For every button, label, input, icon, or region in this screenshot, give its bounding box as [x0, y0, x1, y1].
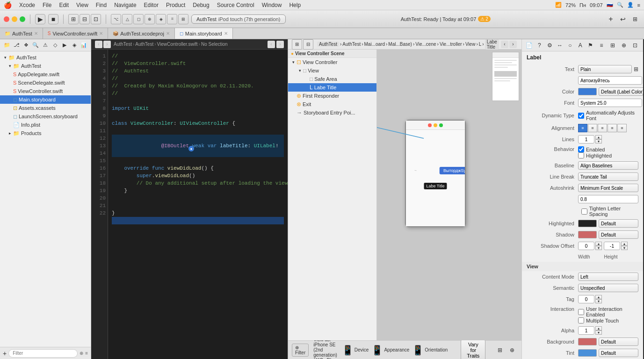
breakpoint-icon[interactable]: ⌥	[111, 14, 121, 24]
menu-help[interactable]: Help	[289, 2, 301, 8]
tab-vc-close[interactable]: ✕	[99, 31, 103, 36]
forward-arrow[interactable]: ›	[103, 41, 111, 48]
shadow-w-down[interactable]: ▼	[595, 246, 602, 250]
insp-flag-icon[interactable]: ⚑	[586, 40, 595, 50]
scene-item-vc[interactable]: ▾ ⊡ View Controller	[288, 58, 376, 66]
text-type-select[interactable]: Plain	[578, 65, 632, 73]
sbc-maiboard[interactable]: Mai...oard	[364, 42, 385, 47]
tag-input[interactable]	[578, 295, 594, 303]
sbc-viescene[interactable]: Vie...cene	[415, 42, 436, 47]
products-disclosure[interactable]: ▸	[7, 130, 13, 136]
shadow-w-up[interactable]: ▲	[595, 242, 602, 246]
run-button[interactable]: ▶	[35, 14, 45, 24]
align-right-btn[interactable]: ≡	[598, 124, 607, 132]
shadow-h-up[interactable]: ▲	[621, 242, 628, 246]
enabled-checkbox[interactable]	[578, 146, 584, 152]
bc-authtest-2[interactable]: AuthTest	[135, 42, 153, 47]
tab-authtest[interactable]: 📁 AuthTest ✕	[0, 28, 43, 39]
shadow-height-input[interactable]	[604, 242, 620, 250]
sbc-malbase[interactable]: Mal...Base)	[388, 42, 412, 47]
bc-no-selection[interactable]: No Selection	[201, 42, 228, 47]
scene-item-view[interactable]: ▾ □ View	[288, 66, 376, 75]
insp-clock-icon[interactable]: ⊕	[619, 40, 629, 50]
menu-file[interactable]: File	[43, 2, 51, 8]
misc-icon-3[interactable]: ◻	[133, 14, 144, 24]
alpha-down[interactable]: ▼	[595, 330, 602, 335]
menu-product[interactable]: Product	[166, 2, 185, 8]
alpha-up[interactable]: ▲	[595, 326, 602, 330]
autoshrink-select[interactable]: Minimum Font Scale	[578, 184, 638, 192]
contentmode-select[interactable]: Left	[578, 273, 638, 281]
alpha-input[interactable]	[578, 326, 594, 335]
root-disclosure[interactable]: ▾	[2, 54, 8, 61]
menu-xcode[interactable]: Xcode	[19, 2, 35, 8]
misc-icon-6[interactable]: ⌗	[167, 14, 177, 24]
device-selector-appearance[interactable]: 📱 Appearance	[371, 345, 409, 356]
warn-icon[interactable]: △	[122, 14, 132, 24]
menu-source-control[interactable]: Source Control	[217, 2, 254, 8]
nav-item-infoplist[interactable]: 📄 Info.plist	[0, 121, 91, 129]
shadow-h-down[interactable]: ▼	[621, 246, 628, 250]
tab-xcodeproj[interactable]: 📦 AuthTest.xcodeproj ✕	[108, 28, 175, 39]
insp-attr-icon[interactable]: ⚙	[545, 40, 554, 50]
vc-disclosure[interactable]: ▾	[290, 60, 297, 65]
sb-layout-icon[interactable]: ⊞	[292, 39, 302, 50]
highlighted-checkbox[interactable]	[578, 152, 584, 158]
align-center-btn[interactable]: ≡	[588, 124, 597, 132]
sbc-authtest-1[interactable]: AuthTest	[317, 42, 339, 47]
tab-xcodeproj-close[interactable]: ✕	[166, 31, 170, 36]
filter-options-icon[interactable]: ⊕	[80, 351, 83, 356]
linebreak-select[interactable]: Truncate Tail	[578, 172, 638, 181]
spotlight-icon[interactable]: 🔍	[617, 2, 623, 8]
menu-extras-icon[interactable]: ≡	[637, 2, 640, 8]
test-nav-icon[interactable]: ◇	[51, 41, 59, 50]
add-nav-icon[interactable]: +	[3, 350, 7, 357]
menu-debug[interactable]: Debug	[193, 2, 209, 8]
nav-item-launchscreen[interactable]: ◻ LaunchScreen.storyboard	[0, 112, 91, 121]
tint-select[interactable]: Default	[599, 349, 638, 357]
view-disclosure[interactable]: ▾	[297, 68, 303, 73]
align-natural-btn[interactable]: ≡	[617, 124, 627, 132]
align-left-btn[interactable]: ≡	[578, 124, 587, 132]
nav-item-appdelegate[interactable]: S AppDelegate.swift	[0, 70, 91, 79]
vary-for-traits-button[interactable]: Vary for Traits	[461, 339, 485, 359]
misc-icon-4[interactable]: ⊕	[145, 14, 155, 24]
grid-view-icon[interactable]: ⊞	[630, 14, 640, 24]
bc-vc-swift[interactable]: ViewController.swift	[157, 42, 198, 47]
toggle-inspector-icon[interactable]: ⊡	[91, 14, 101, 24]
filter-mode-icon[interactable]: ≡	[85, 351, 88, 356]
warn-nav-icon[interactable]: ⚠	[41, 41, 50, 50]
text-value-input[interactable]	[578, 76, 642, 85]
insp-quick-icon[interactable]: ?	[535, 40, 544, 50]
stop-button[interactable]: ■	[48, 14, 58, 24]
toggle-nav-icon[interactable]: ⊞	[68, 14, 79, 24]
symbol-nav-icon[interactable]: ❖	[22, 41, 30, 50]
background-select[interactable]: Default	[599, 337, 638, 346]
font-input[interactable]	[578, 99, 642, 107]
tab-authtest-close[interactable]: ✕	[34, 31, 38, 36]
toggle-debug-icon[interactable]: ⊟	[80, 14, 90, 24]
tint-chip[interactable]	[578, 349, 597, 357]
warning-badge[interactable]: ⚠ 2	[478, 16, 491, 22]
back-arrow[interactable]: ‹	[95, 41, 102, 48]
enter-icon[interactable]: ↩	[618, 14, 628, 24]
apple-menu[interactable]: 🍎	[4, 1, 12, 9]
tighten-checkbox[interactable]	[581, 208, 587, 215]
sbc-view[interactable]: View	[465, 42, 476, 47]
sbc-labetitle[interactable]: Labe Title	[485, 39, 499, 50]
insp-size-icon[interactable]: ↔	[556, 40, 564, 50]
multiple-touch-checkbox[interactable]	[578, 317, 584, 323]
insp-list-icon[interactable]: ≡	[596, 40, 607, 50]
bottom-icon-2[interactable]: ⊕	[507, 345, 517, 355]
insp-file-icon[interactable]: 📄	[525, 40, 534, 50]
dynamic-type-checkbox[interactable]	[578, 113, 584, 119]
sbc-arrow-left[interactable]: ‹	[501, 41, 508, 48]
color-chip[interactable]	[578, 88, 597, 95]
tab-main-storyboard[interactable]: ◻ Main.storyboard ✕	[175, 28, 233, 39]
shadow-color-chip[interactable]	[578, 231, 597, 238]
scene-item-exit[interactable]: ⊗ Exit	[288, 100, 376, 108]
tab-storyboard-close[interactable]: ✕	[224, 31, 228, 36]
minimize-button[interactable]	[12, 16, 17, 22]
editor-nav-left[interactable]: ‹	[268, 41, 275, 48]
report-nav-icon[interactable]: 📊	[80, 41, 88, 50]
